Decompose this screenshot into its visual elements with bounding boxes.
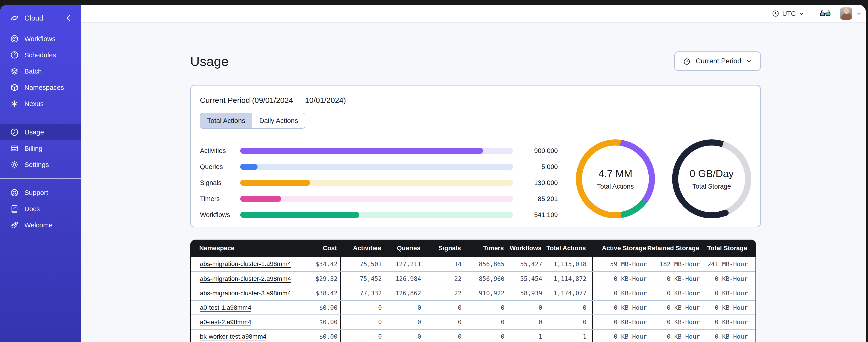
- sidebar-brand-cloud[interactable]: Cloud: [0, 8, 81, 28]
- sidebar-item-support[interactable]: Support: [0, 184, 81, 201]
- col-signals: Signals: [421, 244, 461, 252]
- bar-fill: [240, 164, 257, 170]
- sidebar-item-docs[interactable]: Docs: [0, 201, 81, 217]
- namespace-link[interactable]: a0-test-1.a98mm4: [200, 304, 251, 311]
- settings-gear-icon: [10, 160, 19, 169]
- cell-signals: 0: [421, 333, 462, 340]
- app-window: Cloud Workflows Schedules: [0, 5, 866, 342]
- col-workflows: Workflows: [504, 244, 541, 252]
- sidebar-item-workflows[interactable]: Workflows: [0, 31, 81, 47]
- sidebar-item-settings[interactable]: Settings: [0, 157, 81, 173]
- sidebar: Cloud Workflows Schedules: [0, 5, 81, 342]
- glasses-icon: [819, 8, 832, 19]
- bar-track: [240, 148, 513, 154]
- cell-queries: 0: [382, 318, 421, 326]
- bar-label: Activities: [200, 147, 240, 155]
- col-total-storage: Total Storage: [699, 244, 756, 252]
- table-body: abs-migration-cluster-1.a98mm4 $34.42 75…: [190, 257, 756, 342]
- sidebar-brand-label: Cloud: [24, 14, 43, 22]
- col-cost: Cost: [292, 244, 337, 252]
- table-row: abs-migration-cluster-1.a98mm4 $34.42 75…: [191, 257, 755, 271]
- bar-row-activities: Activities 900,000: [200, 147, 558, 155]
- user-menu[interactable]: [840, 7, 862, 20]
- cell-timers: 0: [462, 304, 504, 311]
- sidebar-item-welcome[interactable]: Welcome: [0, 217, 81, 233]
- cell-timers: 0: [462, 318, 504, 326]
- namespace-link[interactable]: a0-test-2.a98mm4: [200, 318, 251, 326]
- col-active-storage: Active Storage: [597, 244, 646, 252]
- schedules-icon: [10, 50, 19, 60]
- cell-total-actions: 1,115,018: [542, 261, 587, 268]
- column-divider: [338, 315, 343, 329]
- cell-total-storage: 0 KB-Hour: [700, 304, 757, 311]
- cell-total-actions: 0: [542, 304, 587, 311]
- bar-row-queries: Queries 5,000: [200, 163, 558, 171]
- sidebar-item-label: Batch: [24, 67, 42, 75]
- cell-cost: $0.00: [292, 304, 338, 311]
- namespace-link[interactable]: bk-worker-test.a98mm4: [200, 333, 267, 340]
- bar-row-timers: Timers 85,201: [200, 195, 558, 203]
- cell-total-storage: 0 KB-Hour: [700, 290, 757, 297]
- cell-activities: 0: [343, 318, 382, 326]
- content-area: Usage Current Period Current Period (09/…: [81, 23, 866, 342]
- billing-card-icon: [10, 144, 19, 153]
- namespace-link[interactable]: abs-migration-cluster-2.a98mm4: [200, 275, 291, 282]
- cell-cost: $0.00: [292, 333, 338, 340]
- main-area: UTC Usage: [81, 5, 866, 342]
- column-divider: [338, 301, 343, 314]
- donut-value: 0 GB/Day: [689, 168, 734, 179]
- period-selector-button[interactable]: Current Period: [674, 52, 761, 71]
- donut-center: 0 GB/Day Total Storage: [672, 139, 751, 218]
- cell-cost: $38.42: [292, 290, 338, 297]
- support-lifebuoy-icon: [10, 188, 19, 197]
- namespace-link[interactable]: abs-migration-cluster-1.a98mm4: [200, 260, 291, 267]
- sidebar-item-billing[interactable]: Billing: [0, 140, 81, 157]
- table-row: a0-test-1.a98mm4 $0.00 0 0 0 0 0 0 0 KB-…: [191, 300, 755, 314]
- namespace-link[interactable]: abs-migration-cluster-3.a98mm4: [200, 290, 291, 297]
- sidebar-item-label: Schedules: [24, 51, 56, 59]
- cell-workflows: 55,454: [504, 275, 542, 282]
- column-divider: [587, 257, 598, 271]
- donut-center: 4.7 MM Total Actions: [576, 139, 655, 218]
- bar-label: Queries: [200, 163, 240, 171]
- timezone-selector[interactable]: UTC: [772, 10, 805, 18]
- cell-total-actions: 1,114,872: [542, 275, 587, 282]
- sidebar-item-usage[interactable]: Usage: [0, 124, 81, 140]
- bar-track: [240, 180, 513, 186]
- bar-value: 541,109: [519, 211, 558, 218]
- sidebar-item-label: Support: [24, 189, 48, 197]
- bar-label: Timers: [200, 195, 240, 203]
- sidebar-item-nexus[interactable]: Nexus: [0, 96, 81, 112]
- tab-total-actions[interactable]: Total Actions: [200, 113, 252, 128]
- cell-total-storage: 0 KB-Hour: [700, 318, 757, 326]
- cell-queries: 127,211: [382, 261, 421, 268]
- cell-cost: $34.42: [292, 261, 338, 268]
- cell-active-storage: 0 KB-Hour: [598, 304, 647, 311]
- sidebar-item-batch[interactable]: Batch: [0, 63, 81, 79]
- col-timers: Timers: [461, 244, 504, 252]
- bar-value: 85,201: [519, 195, 558, 203]
- cell-activities: 75,501: [343, 261, 382, 268]
- cell-activities: 77,332: [343, 290, 382, 297]
- table-row: bk-worker-test.a98mm4 $0.00 0 0 0 0 1 1 …: [191, 329, 755, 342]
- cell-activities: 0: [343, 333, 382, 340]
- cell-workflows: 55,427: [504, 261, 542, 268]
- chevron-down-icon: [746, 58, 752, 65]
- cell-activities: 0: [343, 304, 382, 311]
- bar-track: [240, 212, 513, 218]
- nexus-asterisk-icon: [10, 99, 19, 108]
- page-title: Usage: [190, 54, 229, 69]
- sidebar-collapse-icon[interactable]: [64, 13, 73, 23]
- sidebar-item-schedules[interactable]: Schedules: [0, 47, 81, 63]
- review-glasses-button[interactable]: [819, 8, 832, 19]
- stopwatch-icon: [683, 57, 691, 65]
- card-title: Current Period (09/01/2024 — 10/01/2024): [200, 96, 751, 105]
- cell-signals: 0: [421, 318, 462, 326]
- sidebar-item-namespaces[interactable]: Namespaces: [0, 79, 81, 96]
- tab-daily-actions[interactable]: Daily Actions: [252, 113, 305, 128]
- cell-activities: 75,452: [343, 275, 382, 282]
- bar-value: 900,000: [519, 147, 558, 155]
- bar-fill: [240, 180, 310, 186]
- cell-timers: 0: [462, 333, 504, 340]
- cell-retained-storage: 182 MB-Hour: [647, 261, 700, 268]
